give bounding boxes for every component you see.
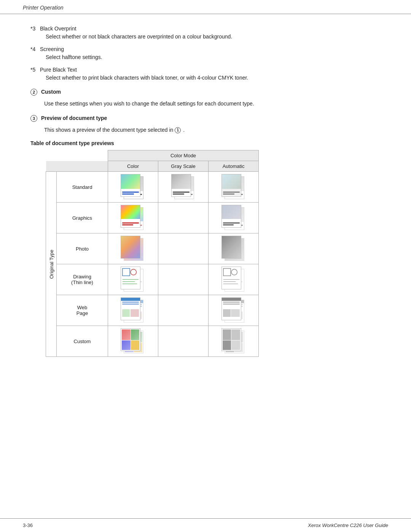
circle-ref-1: 1 [175,127,181,133]
col-color: Color [108,161,158,172]
thumb-custom-auto [209,326,259,357]
thumb-photo-gray-empty [158,233,208,264]
thumb-graphics-color [108,203,158,233]
page-header: Printer Operation [0,0,411,14]
thumb-standard-color [108,172,158,203]
orig-type-label: Original Type [46,172,57,357]
label-drawing: Drawing(Thin line) [57,264,108,295]
thumb-graphics-gray-empty [158,203,208,233]
label-webpage: WebPage [57,295,108,326]
preview-heading: 3 Preview of document type [30,115,381,122]
footer-title: Xerox WorkCentre C226 User Guide [308,522,388,528]
item-4-num: *4 [30,46,35,52]
item-3-desc: Select whether or not black characters a… [46,33,381,41]
list-item-4: *4 Screening Select halftone settings. [30,46,381,61]
row-standard: Original Type Standard [46,172,259,203]
label-photo: Photo [57,233,108,264]
svg-rect-18 [222,267,241,289]
custom-heading: 2 Custom [30,89,381,96]
thumb-webpage-color [108,295,158,326]
thumb-photo-auto [209,233,259,264]
svg-rect-6 [121,267,140,289]
table-title: Table of document type previews [30,140,381,146]
list-item-5: *5 Pure Black Text Select whether to pri… [30,67,381,82]
row-photo: Photo [46,233,259,264]
circle-2: 2 [30,89,37,96]
row-custom: Custom [46,326,259,357]
thumb-photo-color [108,233,158,264]
footer-page-number: 3-36 [23,522,33,528]
item-5-num: *5 [30,67,35,73]
header-title: Printer Operation [23,5,64,11]
page-footer: 3-36 Xerox WorkCentre C226 User Guide [0,518,411,532]
page-container: Printer Operation *3 Black Overprint Sel… [0,0,411,532]
item-5-label: Pure Black Text [40,67,77,73]
main-content: *3 Black Overprint Select whether or not… [0,14,411,518]
label-standard: Standard [57,172,108,203]
thumb-custom-color [108,326,158,357]
custom-desc: Use these settings when you wish to chan… [44,99,381,108]
item-5-desc: Select whether to print black characters… [46,74,381,82]
thumb-custom-gray-empty [158,326,208,357]
item-4-label: Screening [40,46,64,52]
preview-label: Preview of document type [41,115,107,121]
thumb-drawing-color [108,264,158,295]
row-webpage: WebPage [46,295,259,326]
color-mode-header: Color Mode [108,150,259,161]
thumb-standard-auto [209,172,259,203]
item-3-label: Black Overprint [40,26,76,32]
corner-empty-2 [57,150,108,161]
thumb-webpage-gray-empty [158,295,208,326]
corner-empty-1 [46,150,57,161]
preview-desc: This shows a preview of the document typ… [44,126,381,134]
label-custom: Custom [57,326,108,357]
thumb-drawing-gray-empty [158,264,208,295]
thumb-graphics-auto [209,203,259,233]
row-drawing: Drawing(Thin line) [46,264,259,295]
row-graphics: Graphics [46,203,259,233]
item-3-num: *3 [30,26,35,32]
circle-3: 3 [30,115,37,122]
label-graphics: Graphics [57,203,108,233]
thumb-drawing-auto [209,264,259,295]
thumb-standard-gray [158,172,208,203]
col-grayscale: Gray Scale [158,161,208,172]
document-type-table: Color Mode Color Gray Scale Automatic Or… [46,150,259,357]
col-automatic: Automatic [209,161,259,172]
custom-label: Custom [41,89,61,95]
thumb-webpage-auto [209,295,259,326]
list-item-3: *3 Black Overprint Select whether or not… [30,26,381,41]
item-4-desc: Select halftone settings. [46,53,381,61]
